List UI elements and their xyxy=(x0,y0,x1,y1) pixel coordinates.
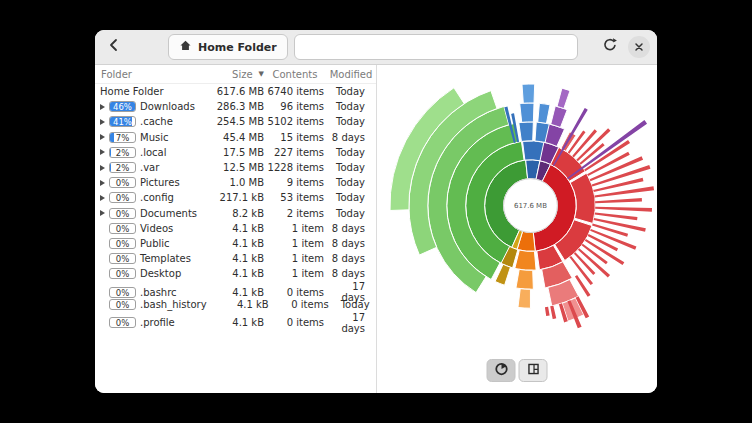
contents-value: 1 item xyxy=(264,238,326,249)
table-row[interactable]: 2% .var 12.5 MB 1228 items Today xyxy=(95,160,376,175)
chart-spoke[interactable] xyxy=(588,234,618,251)
close-button[interactable] xyxy=(628,36,650,58)
chart-segment[interactable] xyxy=(557,88,570,108)
expander-icon[interactable] xyxy=(100,195,105,201)
table-row[interactable]: 7% Music 45.4 MB 15 items 8 days xyxy=(95,130,376,145)
table-column-headers: Folder Size ▼ Contents Modified xyxy=(95,65,376,84)
back-button[interactable] xyxy=(102,35,126,59)
folder-name: .bashrc xyxy=(140,287,177,298)
location-entry[interactable] xyxy=(294,34,578,60)
table-row[interactable]: 0% Templates 4.1 kB 1 item 8 days xyxy=(95,251,376,266)
table-row[interactable]: 0% Documents 8.2 kB 2 items Today xyxy=(95,206,376,221)
table-row[interactable]: 46% Downloads 286.3 MB 96 items Today xyxy=(95,99,376,114)
table-row[interactable]: 0% Desktop 4.1 kB 1 item 8 days xyxy=(95,266,376,281)
treemap-view-button[interactable] xyxy=(519,359,548,382)
chart-segment[interactable] xyxy=(519,122,534,142)
percent-badge: 0% xyxy=(109,177,136,188)
size-value: 4.1 kB xyxy=(207,299,269,310)
disk-usage-analyzer-window: Home Folder Folder Size ▼ Contents Mod xyxy=(95,30,657,393)
treemap-chart-icon xyxy=(526,361,540,380)
expander-icon[interactable] xyxy=(100,165,105,171)
folder-name: Pictures xyxy=(140,177,180,188)
folder-name: Music xyxy=(140,132,168,143)
size-value: 217.1 kB xyxy=(202,192,264,203)
size-value: 4.1 kB xyxy=(202,238,264,249)
folder-name: Videos xyxy=(140,223,173,234)
percent-badge: 0% xyxy=(109,238,136,249)
refresh-button[interactable] xyxy=(598,35,622,59)
contents-value: 1 item xyxy=(264,223,326,234)
folder-name: Templates xyxy=(140,253,191,264)
folder-name: .local xyxy=(140,147,166,158)
chart-segment[interactable] xyxy=(520,103,534,122)
header-bar: Home Folder xyxy=(95,30,657,65)
modified-value: Today xyxy=(326,177,376,188)
modified-value: 8 days xyxy=(326,132,376,143)
chart-spoke[interactable] xyxy=(594,218,646,232)
rings-view-button[interactable] xyxy=(487,359,516,382)
chart-spoke[interactable] xyxy=(595,198,642,203)
folder-name: Documents xyxy=(140,208,197,219)
chart-segment[interactable] xyxy=(538,103,550,123)
chart-spoke[interactable] xyxy=(545,307,550,316)
expander-icon[interactable] xyxy=(100,134,105,140)
chart-segment[interactable] xyxy=(522,84,535,103)
table-row[interactable]: 2% .local 17.5 MB 227 items Today xyxy=(95,145,376,160)
chart-segment[interactable] xyxy=(515,250,536,270)
percent-badge: 0% xyxy=(109,299,136,310)
chart-pane: 617.6 MB xyxy=(377,65,657,393)
chart-spoke[interactable] xyxy=(595,207,652,212)
chart-segment[interactable] xyxy=(518,289,531,309)
modified-value: Today xyxy=(326,208,376,219)
expander-icon[interactable] xyxy=(100,210,105,216)
folder-table: Folder Size ▼ Contents Modified Home Fol… xyxy=(95,65,377,393)
chart-spoke[interactable] xyxy=(595,212,638,220)
table-row[interactable]: 0% Public 4.1 kB 1 item 8 days xyxy=(95,236,376,251)
chart-spoke[interactable] xyxy=(550,306,556,319)
percent-badge: 2% xyxy=(109,147,136,158)
percent-badge: 0% xyxy=(109,253,136,264)
column-header-size[interactable]: Size ▼ xyxy=(202,69,264,80)
contents-value: 1 item xyxy=(264,253,326,264)
expander-icon[interactable] xyxy=(100,180,105,186)
modified-value: 8 days xyxy=(326,238,376,249)
expander-icon[interactable] xyxy=(100,104,105,110)
size-value: 4.1 kB xyxy=(202,287,264,298)
table-row[interactable]: 0% Videos 4.1 kB 1 item 8 days xyxy=(95,221,376,236)
contents-value: 1228 items xyxy=(264,162,326,173)
contents-value: 5102 items xyxy=(264,116,326,127)
column-header-contents[interactable]: Contents xyxy=(264,69,326,80)
location-label: Home Folder xyxy=(198,41,277,54)
column-header-modified[interactable]: Modified xyxy=(326,69,376,80)
expander-icon[interactable] xyxy=(100,149,105,155)
folder-name: .cache xyxy=(140,116,173,127)
size-value: 12.5 MB xyxy=(202,162,264,173)
chevron-left-icon xyxy=(106,37,122,57)
table-row[interactable]: 41% .cache 254.5 MB 5102 items Today xyxy=(95,114,376,129)
table-row[interactable]: 0% .config 217.1 kB 53 items Today xyxy=(95,190,376,205)
chart-segment[interactable] xyxy=(516,269,533,289)
folder-name: Home Folder xyxy=(100,86,164,97)
table-row[interactable]: 0% .bashrc 4.1 kB 0 items 17 days xyxy=(95,281,376,296)
folder-name: .bash_history xyxy=(140,299,207,310)
size-value: 4.1 kB xyxy=(202,317,264,328)
modified-value: 8 days xyxy=(326,268,376,279)
table-row[interactable]: 0% .profile 4.1 kB 0 items 17 days xyxy=(95,312,376,327)
rings-chart: 617.6 MB xyxy=(377,65,657,393)
table-row[interactable]: Home Folder 617.6 MB 6740 items Today xyxy=(95,84,376,99)
percent-badge: 0% xyxy=(109,268,136,279)
percent-badge: 0% xyxy=(109,223,136,234)
location-button[interactable]: Home Folder xyxy=(168,34,288,60)
expander-icon[interactable] xyxy=(100,119,105,125)
column-header-folder[interactable]: Folder xyxy=(95,69,202,80)
size-value: 617.6 MB xyxy=(202,86,264,97)
table-row[interactable]: 0% Pictures 1.0 MB 9 items Today xyxy=(95,175,376,190)
contents-value: 6740 items xyxy=(264,86,326,97)
size-value: 45.4 MB xyxy=(202,132,264,143)
chart-segment[interactable] xyxy=(551,106,568,127)
table-row[interactable]: 0% .bash_history 4.1 kB 0 items Today xyxy=(95,297,376,312)
modified-value: 8 days xyxy=(326,223,376,234)
modified-value: 8 days xyxy=(326,253,376,264)
file-table-body: Home Folder 617.6 MB 6740 items Today 46… xyxy=(95,84,376,393)
rings-chart-icon xyxy=(494,361,508,380)
